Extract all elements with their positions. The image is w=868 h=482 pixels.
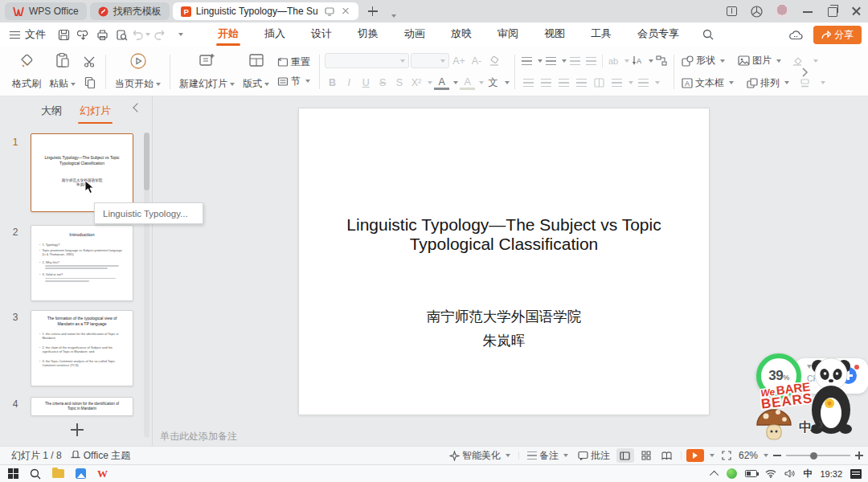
search-icon[interactable] xyxy=(698,26,718,43)
tab-review[interactable]: 审阅 xyxy=(485,22,531,47)
columns-button[interactable] xyxy=(591,75,607,91)
superscript-button[interactable]: X² xyxy=(408,75,424,91)
layout-button[interactable]: 版式 xyxy=(239,50,273,94)
photos-app-icon[interactable] xyxy=(76,468,86,479)
reset-button[interactable]: 重置 xyxy=(275,55,313,70)
section-button[interactable]: 节 xyxy=(275,74,313,89)
zoom-level[interactable]: 62% xyxy=(739,450,758,461)
slide-author-text[interactable]: 朱岚晖 xyxy=(319,331,689,350)
align-center-button[interactable] xyxy=(538,75,554,91)
tab-list-dropdown[interactable] xyxy=(386,3,402,19)
tab-design[interactable]: 设计 xyxy=(298,22,345,47)
increase-font-button[interactable]: A+ xyxy=(451,53,467,69)
tab-animation[interactable]: 动画 xyxy=(391,22,438,47)
tab-slides[interactable]: 幻灯片 xyxy=(80,104,111,118)
bold-button[interactable]: B xyxy=(325,75,340,91)
play-from-current-button[interactable]: 当页开始 xyxy=(111,50,165,94)
sidebar-toggle-icon[interactable] xyxy=(720,1,744,22)
sidebar-scrollbar-thumb[interactable] xyxy=(144,133,149,190)
antivirus-tray-icon[interactable] xyxy=(727,468,737,479)
highlight-color-button[interactable]: A xyxy=(460,76,475,90)
user-avatar[interactable] xyxy=(775,4,789,18)
redo-icon[interactable] xyxy=(150,26,170,43)
bullet-list-button[interactable] xyxy=(520,53,534,69)
shapes-button[interactable]: 形状 xyxy=(679,53,727,68)
wifi-icon[interactable] xyxy=(765,469,776,478)
tab-tools[interactable]: 工具 xyxy=(578,22,624,47)
paragraph-spacing-button[interactable] xyxy=(635,75,651,91)
slide-thumbnail-4[interactable]: The criteria and notion for the identifi… xyxy=(31,397,133,416)
file-explorer-icon[interactable] xyxy=(52,469,64,478)
new-slide-button[interactable]: 新建幻灯片 xyxy=(175,50,239,94)
notification-center-icon[interactable] xyxy=(850,469,862,479)
ime-indicator[interactable]: 中 xyxy=(803,468,812,480)
convert-smartart-icon[interactable] xyxy=(655,53,669,69)
tab-member[interactable]: 会员专享 xyxy=(624,22,692,47)
close-window-button[interactable] xyxy=(844,1,868,22)
shadow-button[interactable]: S xyxy=(392,75,407,91)
battery-icon[interactable] xyxy=(745,470,757,477)
strikethrough-button[interactable]: S xyxy=(375,75,391,91)
close-tab-icon[interactable] xyxy=(341,6,350,16)
decrease-indent-button[interactable] xyxy=(568,53,582,69)
character-spacing-button[interactable]: ab xyxy=(606,53,620,69)
tab-transition[interactable]: 切换 xyxy=(345,22,391,47)
comments-button[interactable]: 批注 xyxy=(575,449,613,463)
clear-format-icon[interactable] xyxy=(486,53,502,69)
increase-indent-button[interactable] xyxy=(583,53,597,69)
tab-insert[interactable]: 插入 xyxy=(252,22,298,47)
font-size-select[interactable] xyxy=(411,53,449,68)
play-options-dropdown[interactable] xyxy=(710,454,714,457)
notes-placeholder[interactable]: 单击此处添加备注 xyxy=(160,430,237,443)
fullscreen-button[interactable] xyxy=(718,448,735,463)
slide-thumbnail-3[interactable]: The formation of the typological view of… xyxy=(31,310,133,386)
smart-beautify-button[interactable]: 智能美化 xyxy=(446,449,514,463)
arrange-button[interactable]: 排列 xyxy=(744,76,792,91)
font-family-select[interactable] xyxy=(325,53,409,68)
slide-organization-text[interactable]: 南宁师范大学外国语学院 xyxy=(319,307,689,326)
tab-slideshow[interactable]: 放映 xyxy=(438,22,485,47)
hamburger-menu-icon[interactable] xyxy=(10,31,20,39)
tab-presentation-document[interactable]: P Linguistic Typology—The Su xyxy=(173,2,358,20)
cloud-status-icon[interactable] xyxy=(786,26,805,43)
undo-icon[interactable] xyxy=(131,26,150,43)
tab-view[interactable]: 视图 xyxy=(531,22,578,47)
file-menu[interactable]: 文件 xyxy=(25,27,46,42)
wps-taskbar-icon[interactable]: W xyxy=(97,468,108,480)
format-painter-button[interactable]: 格式刷 xyxy=(8,50,45,94)
cut-button[interactable] xyxy=(81,53,99,71)
slide-thumbnail-1[interactable]: Linguistic Typology—The Subject vs Topic… xyxy=(31,133,133,212)
theme-button[interactable]: Office 主题 xyxy=(67,449,133,463)
zoom-in-button[interactable] xyxy=(854,450,865,461)
decrease-font-button[interactable]: A- xyxy=(469,53,485,69)
share-button[interactable]: 分享 xyxy=(813,26,862,44)
volume-icon[interactable] xyxy=(784,469,795,478)
copy-button[interactable] xyxy=(81,73,99,91)
taskbar-search-icon[interactable] xyxy=(30,468,41,480)
paste-button[interactable]: 粘贴 xyxy=(45,50,80,94)
slide-title-text[interactable]: Linguistic Typology—The Subject vs Topic… xyxy=(319,215,689,254)
restore-button[interactable] xyxy=(820,1,844,22)
print-preview-icon[interactable] xyxy=(112,26,131,43)
line-spacing-button[interactable] xyxy=(608,75,624,91)
zoom-out-button[interactable] xyxy=(772,450,783,461)
workspace-cube-icon[interactable] xyxy=(744,1,768,22)
text-direction-button[interactable]: A xyxy=(631,53,645,69)
align-right-button[interactable] xyxy=(555,75,571,91)
italic-button[interactable]: I xyxy=(342,75,357,91)
font-color-button[interactable]: A xyxy=(434,76,449,90)
justify-button[interactable] xyxy=(573,75,589,91)
tab-wps-home[interactable]: WPS Office xyxy=(5,2,87,20)
reading-view-button[interactable] xyxy=(658,448,676,463)
tray-expand-icon[interactable] xyxy=(710,470,719,479)
new-tab-button[interactable] xyxy=(365,3,381,19)
zoom-dropdown[interactable] xyxy=(764,454,768,457)
phonetic-guide-button[interactable]: 文 xyxy=(485,75,501,91)
collapse-panel-icon[interactable] xyxy=(133,103,141,112)
tab-home[interactable]: 开始 xyxy=(205,22,252,47)
slideshow-play-button[interactable] xyxy=(686,449,704,462)
align-left-button[interactable] xyxy=(520,75,536,91)
start-button[interactable] xyxy=(8,468,18,479)
minimize-button[interactable] xyxy=(796,1,820,22)
underline-button[interactable]: U xyxy=(358,75,374,91)
